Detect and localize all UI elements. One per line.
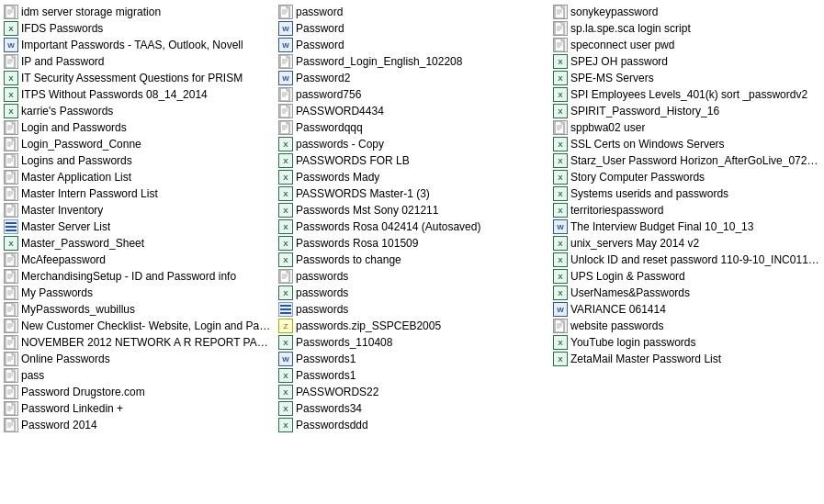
- file-item[interactable]: XYouTube login passwords: [549, 334, 824, 351]
- file-item[interactable]: WThe Interview Budget Final 10_10_13: [549, 218, 824, 235]
- file-item[interactable]: Online Passwords: [0, 351, 275, 367]
- file-item[interactable]: Login and Passwords: [0, 119, 275, 136]
- file-item[interactable]: Xpasswords - Copy: [275, 136, 549, 152]
- file-item[interactable]: Passwordqqq: [275, 119, 549, 136]
- file-item[interactable]: passwords: [275, 301, 549, 318]
- file-item[interactable]: passwords: [275, 268, 549, 285]
- file-item[interactable]: Xunix_servers May 2014 v2: [549, 235, 824, 252]
- file-item[interactable]: XSPE-MS Servers: [549, 70, 824, 86]
- file-item[interactable]: Zpasswords.zip_SSPCEB2005: [275, 318, 549, 334]
- file-item[interactable]: WPassword: [275, 20, 549, 37]
- file-item[interactable]: website passwords: [549, 318, 824, 334]
- file-item[interactable]: XUserNames&Passwords: [549, 285, 824, 301]
- file-item[interactable]: Xkarrie's Passwords: [0, 103, 275, 119]
- file-icon-generic: [4, 385, 18, 399]
- file-item[interactable]: XSystems userids and passwords: [549, 185, 824, 202]
- file-item[interactable]: WPassword2: [275, 70, 549, 86]
- file-item[interactable]: WVARIANCE 061414: [549, 301, 824, 318]
- file-icon-doc: W: [278, 38, 293, 52]
- file-label: Passwordqqq: [296, 121, 363, 134]
- file-item[interactable]: password756: [275, 86, 549, 103]
- file-icon-generic: [553, 21, 568, 36]
- file-item[interactable]: Xpasswords: [275, 285, 549, 301]
- file-item[interactable]: XPASSWORDS Master-1 (3): [275, 185, 549, 202]
- file-item[interactable]: idm server storage migration: [0, 4, 275, 20]
- column-1: idm server storage migrationXIFDS Passwo…: [0, 4, 275, 433]
- file-item[interactable]: XSSL Certs on Windows Servers: [549, 136, 824, 152]
- file-item[interactable]: XPasswords_110408: [275, 334, 549, 351]
- file-item[interactable]: XUPS Login & Password: [549, 268, 824, 285]
- file-label: PASSWORDS FOR LB: [296, 154, 410, 167]
- file-item[interactable]: XITPS Without Passwords 08_14_2014: [0, 86, 275, 103]
- file-icon-generic: [4, 203, 18, 218]
- file-item[interactable]: XSPI Employees Levels_401(k) sort _passw…: [549, 86, 824, 103]
- file-item[interactable]: XPasswords to change: [275, 252, 549, 268]
- file-item[interactable]: MyPasswords_wubillus: [0, 301, 275, 318]
- file-label: Unlock ID and reset password 110-9-10_IN…: [570, 253, 820, 266]
- file-item[interactable]: XStory Computer Passwords: [549, 169, 824, 185]
- file-label: Passwords34: [296, 402, 362, 415]
- file-item[interactable]: XSPIRIT_Password_History_16: [549, 103, 824, 119]
- file-item[interactable]: New Customer Checklist- Website, Login a…: [0, 318, 275, 334]
- file-item[interactable]: Logins and Passwords: [0, 152, 275, 169]
- file-item[interactable]: IP and Password: [0, 53, 275, 70]
- file-item[interactable]: Master Server List: [0, 218, 275, 235]
- file-item[interactable]: XIFDS Passwords: [0, 20, 275, 37]
- file-item[interactable]: XUnlock ID and reset password 110-9-10_I…: [549, 252, 824, 268]
- file-item[interactable]: XPasswords Mst Sony 021211: [275, 202, 549, 218]
- file-icon-generic: [278, 54, 293, 69]
- file-icon-xls: X: [553, 87, 568, 102]
- file-label: Passwords Mst Sony 021211: [296, 204, 438, 217]
- file-item[interactable]: PASSWORD4434: [275, 103, 549, 119]
- file-label: Logins and Passwords: [21, 154, 132, 167]
- file-item[interactable]: My Passwords: [0, 285, 275, 301]
- file-item[interactable]: Xterritoriespassword: [549, 202, 824, 218]
- file-item[interactable]: Login_Password_Conne: [0, 136, 275, 152]
- file-item[interactable]: WPasswords1: [275, 351, 549, 367]
- file-item[interactable]: XSPEJ OH password: [549, 53, 824, 70]
- file-item[interactable]: Master Application List: [0, 169, 275, 185]
- file-label: passwords: [296, 303, 348, 316]
- file-item[interactable]: XPasswords1: [275, 367, 549, 384]
- file-item[interactable]: speconnect user pwd: [549, 37, 824, 53]
- file-label: PASSWORDS Master-1 (3): [296, 187, 430, 200]
- file-item[interactable]: XPASSWORDS FOR LB: [275, 152, 549, 169]
- file-item[interactable]: XPasswords Rosa 042414 (Autosaved): [275, 218, 549, 235]
- file-item[interactable]: password: [275, 4, 549, 20]
- file-item[interactable]: sp.la.spe.sca login script: [549, 20, 824, 37]
- file-item[interactable]: MerchandisingSetup - ID and Password inf…: [0, 268, 275, 285]
- file-item[interactable]: XMaster_Password_Sheet: [0, 235, 275, 252]
- file-icon-xls: X: [278, 286, 293, 300]
- file-item[interactable]: Master Intern Password List: [0, 185, 275, 202]
- file-item[interactable]: XPASSWORDS22: [275, 384, 549, 400]
- file-icon-xls: X: [4, 21, 18, 36]
- file-icon-xls: X: [553, 71, 568, 85]
- file-item[interactable]: Password Linkedin +: [0, 400, 275, 417]
- file-item[interactable]: NOVEMBER 2012 NETWORK A R REPORT PASSWOR…: [0, 334, 275, 351]
- file-item[interactable]: XIT Security Assessment Questions for PR…: [0, 70, 275, 86]
- file-item[interactable]: XZetaMail Master Password List: [549, 351, 824, 367]
- file-item[interactable]: XPasswords34: [275, 400, 549, 417]
- file-icon-generic: [4, 286, 18, 300]
- file-label: VARIANCE 061414: [570, 303, 666, 316]
- file-item[interactable]: Password_Login_English_102208: [275, 53, 549, 70]
- file-item[interactable]: Master Inventory: [0, 202, 275, 218]
- file-item[interactable]: XStarz_User Password Horizon_AfterGoLive…: [549, 152, 824, 169]
- file-label: Master Server List: [21, 220, 110, 233]
- file-item[interactable]: XPasswords Rosa 101509: [275, 235, 549, 252]
- file-label: Login_Password_Conne: [21, 138, 141, 151]
- file-item[interactable]: XPasswordsddd: [275, 417, 549, 433]
- file-item[interactable]: sppbwa02 user: [549, 119, 824, 136]
- file-item[interactable]: pass: [0, 367, 275, 384]
- file-item[interactable]: XPasswords Mady: [275, 169, 549, 185]
- file-icon-xls: X: [553, 252, 568, 267]
- file-item[interactable]: WPassword: [275, 37, 549, 53]
- file-item[interactable]: Password Drugstore.com: [0, 384, 275, 400]
- file-icon-doc: W: [4, 38, 18, 52]
- file-item[interactable]: McAfeepassword: [0, 252, 275, 268]
- file-item[interactable]: sonykeypassword: [549, 4, 824, 20]
- file-icon-xls: X: [553, 104, 568, 118]
- file-label: ZetaMail Master Password List: [570, 353, 721, 365]
- file-item[interactable]: Password 2014: [0, 417, 275, 433]
- file-item[interactable]: WImportant Passwords - TAAS, Outlook, No…: [0, 37, 275, 53]
